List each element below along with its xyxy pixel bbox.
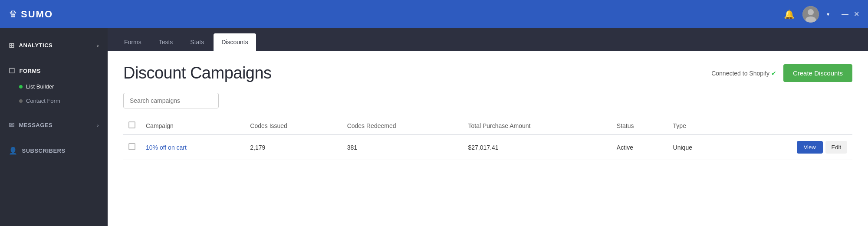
logo-crown-icon: ♛ xyxy=(9,9,17,20)
table-header: Campaign Codes Issued Codes Redeemed Tot… xyxy=(123,117,852,134)
top-navigation: ♛ SUMO 🔔 ▾ — ✕ xyxy=(0,0,868,28)
page-title: Discount Campaigns xyxy=(123,64,272,82)
avatar[interactable] xyxy=(802,6,819,23)
sidebar-analytics-label: ANALYTICS xyxy=(19,42,53,49)
row-campaign-cell: 10% off on cart xyxy=(141,134,245,160)
sidebar-messages-section: ✉ MESSAGES › xyxy=(0,112,108,138)
sidebar-item-contact-form[interactable]: Contact Form xyxy=(0,94,108,108)
search-campaigns-input[interactable] xyxy=(123,93,219,108)
logo-text: SUMO xyxy=(21,9,53,20)
inactive-dot-icon xyxy=(19,99,23,103)
row-actions-cell: View Edit xyxy=(728,134,852,160)
connected-status: Connected to Shopify ✔ xyxy=(711,70,776,77)
minimize-button[interactable]: — xyxy=(842,10,848,18)
sidebar-forms-section: ☐ FORMS List Builder Contact Form xyxy=(0,58,108,112)
sidebar: ⊞ ANALYTICS › ☐ FORMS List Builder Conta… xyxy=(0,28,108,226)
grid-icon: ⊞ xyxy=(9,41,15,49)
svg-point-1 xyxy=(808,9,814,15)
campaigns-table: Campaign Codes Issued Codes Redeemed Tot… xyxy=(123,117,852,160)
row-checkbox[interactable] xyxy=(128,143,135,150)
logo-area: ♛ SUMO xyxy=(9,9,784,20)
chevron-right-icon-messages: › xyxy=(97,123,99,128)
header-checkbox-col xyxy=(123,117,141,134)
table-row: 10% off on cart 2,179 381 $27,017.41 Act… xyxy=(123,134,852,160)
header-campaign: Campaign xyxy=(141,117,245,134)
select-all-checkbox[interactable] xyxy=(128,121,135,128)
header-codes-issued: Codes Issued xyxy=(245,117,342,134)
row-codes-redeemed-cell: 381 xyxy=(342,134,463,160)
table-body: 10% off on cart 2,179 381 $27,017.41 Act… xyxy=(123,134,852,160)
window-controls: — ✕ xyxy=(842,10,859,18)
row-checkbox-cell xyxy=(123,134,141,160)
tab-tests[interactable]: Tests xyxy=(151,33,181,51)
content-area: Discount Campaigns Connected to Shopify … xyxy=(108,51,868,226)
sidebar-item-forms[interactable]: ☐ FORMS xyxy=(0,62,108,79)
contact-form-label: Contact Form xyxy=(26,98,60,104)
avatar-caret-icon[interactable]: ▾ xyxy=(827,11,829,17)
view-campaign-button[interactable]: View xyxy=(797,141,823,154)
header-right: Connected to Shopify ✔ Create Discounts xyxy=(711,64,852,82)
sidebar-item-subscribers[interactable]: 👤 SUBSCRIBERS xyxy=(0,142,108,159)
header-codes-redeemed: Codes Redeemed xyxy=(342,117,463,134)
top-nav-right: 🔔 ▾ — ✕ xyxy=(784,6,859,23)
active-dot-icon xyxy=(19,85,23,88)
sidebar-item-analytics[interactable]: ⊞ ANALYTICS › xyxy=(0,37,108,54)
sidebar-subscribers-label: SUBSCRIBERS xyxy=(22,147,66,154)
campaigns-table-container: Campaign Codes Issued Codes Redeemed Tot… xyxy=(123,117,852,160)
sidebar-messages-label: MESSAGES xyxy=(19,122,53,128)
tab-stats[interactable]: Stats xyxy=(182,33,212,51)
campaign-link[interactable]: 10% off on cart xyxy=(146,144,187,151)
sidebar-analytics-section: ⊞ ANALYTICS › xyxy=(0,33,108,58)
content-header: Discount Campaigns Connected to Shopify … xyxy=(123,64,852,82)
body-layout: ⊞ ANALYTICS › ☐ FORMS List Builder Conta… xyxy=(0,28,868,226)
header-status: Status xyxy=(612,117,668,134)
sidebar-item-messages[interactable]: ✉ MESSAGES › xyxy=(0,117,108,134)
tab-discounts[interactable]: Discounts xyxy=(214,33,256,51)
row-codes-issued-cell: 2,179 xyxy=(245,134,342,160)
tabs-bar: Forms Tests Stats Discounts xyxy=(108,28,868,51)
subscribers-icon: 👤 xyxy=(9,147,18,155)
messages-icon: ✉ xyxy=(9,121,15,129)
header-type: Type xyxy=(668,117,728,134)
row-status-cell: Active xyxy=(612,134,668,160)
forms-icon: ☐ xyxy=(9,67,15,75)
edit-campaign-button[interactable]: Edit xyxy=(825,141,847,154)
create-discounts-button[interactable]: Create Discounts xyxy=(783,64,852,82)
chevron-right-icon: › xyxy=(97,43,99,48)
row-actions: View Edit xyxy=(733,141,847,154)
header-actions xyxy=(728,117,852,134)
row-type-cell: Unique xyxy=(668,134,728,160)
sidebar-forms-label: FORMS xyxy=(20,68,41,74)
header-total-purchase: Total Purchase Amount xyxy=(463,117,612,134)
list-builder-label: List Builder xyxy=(26,83,54,90)
main-area: Forms Tests Stats Discounts Discount Cam… xyxy=(108,28,868,226)
check-icon: ✔ xyxy=(771,70,776,77)
tab-forms[interactable]: Forms xyxy=(116,33,149,51)
close-button[interactable]: ✕ xyxy=(854,10,859,18)
bell-icon[interactable]: 🔔 xyxy=(784,9,795,20)
sidebar-subscribers-section: 👤 SUBSCRIBERS xyxy=(0,138,108,164)
sidebar-item-list-builder[interactable]: List Builder xyxy=(0,79,108,94)
row-total-purchase-cell: $27,017.41 xyxy=(463,134,612,160)
